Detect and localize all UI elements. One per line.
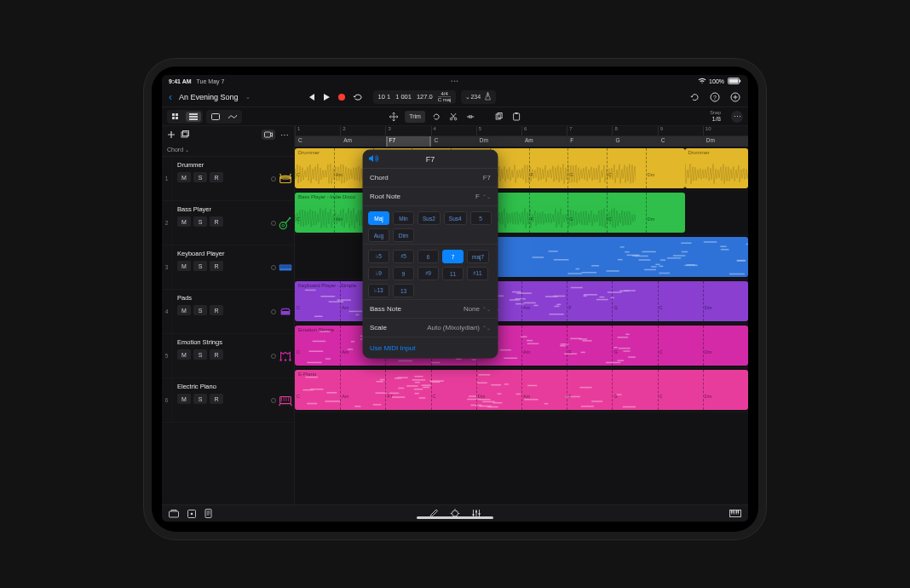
chord-chip[interactable]: ♯9 (418, 267, 439, 280)
region-row[interactable]: E-PianoCAmF7CDmAmFGCDm (295, 368, 748, 412)
mute-button[interactable]: M (177, 349, 191, 360)
chord-lane-header[interactable]: Chord ⌄ (162, 143, 294, 157)
add-track-button[interactable] (167, 130, 176, 139)
ruler-tick[interactable]: 6 (521, 126, 567, 135)
timeline[interactable]: 12345678910 CAmF7CDmAmFGCDm DrummerCAmF7… (295, 126, 748, 504)
solo-button[interactable]: S (193, 349, 207, 360)
chord-chip[interactable]: Sus4 (444, 211, 467, 225)
chord-chip[interactable]: 13 (393, 284, 414, 297)
settings-button[interactable] (730, 92, 740, 102)
track-row[interactable]: 6 Electric Piano M S R (162, 378, 294, 423)
help-button[interactable]: ? (710, 92, 720, 102)
keyboard-button[interactable] (729, 510, 741, 517)
chord-chip[interactable]: Min (393, 211, 414, 225)
chord-chip[interactable]: ♭5 (368, 250, 389, 263)
copy-tool-icon[interactable] (493, 112, 505, 121)
snap-display[interactable]: Snap 1/8 (710, 111, 721, 122)
record-enable-button[interactable]: R (210, 349, 223, 360)
mute-button[interactable]: M (177, 216, 191, 227)
track-instrument-icon[interactable] (270, 201, 294, 245)
track-row[interactable]: 5 Emotion Strings M S R (162, 334, 294, 378)
ruler-tick[interactable]: 9 (658, 126, 703, 135)
toolbar-more-button[interactable]: ⋯ (731, 111, 743, 123)
ruler-tick[interactable]: 10 (703, 126, 748, 135)
mute-button[interactable]: M (177, 305, 191, 315)
track-instrument-icon[interactable] (270, 290, 294, 333)
record-enable-button[interactable]: R (210, 261, 223, 271)
sidebar-more-button[interactable]: ⋯ (280, 130, 289, 140)
mute-button[interactable]: M (177, 172, 191, 182)
chord-cell[interactable]: Am (340, 136, 385, 147)
mute-button[interactable]: M (177, 261, 191, 271)
track-instrument-icon[interactable] (270, 157, 294, 200)
mute-button[interactable]: M (177, 394, 191, 404)
solo-button[interactable]: S (193, 216, 207, 227)
camera-button[interactable] (262, 130, 275, 140)
chord-cell[interactable]: F7 (385, 136, 430, 147)
notepad-button[interactable] (204, 509, 212, 518)
region[interactable]: E-PianoCAmF7CDmAmFGCDm (295, 370, 748, 410)
record-enable-button[interactable]: R (210, 305, 223, 315)
bar-ruler[interactable]: 12345678910 (295, 126, 748, 136)
chord-cell[interactable]: C (295, 136, 340, 147)
chord-chip[interactable]: ♭13 (368, 284, 389, 297)
solo-button[interactable]: S (193, 305, 207, 315)
ruler-tick[interactable]: 5 (476, 126, 521, 135)
chord-cell[interactable]: F (567, 136, 612, 147)
lcd-extra[interactable]: ⌄234 (461, 90, 496, 104)
chord-chip[interactable]: Sus2 (418, 211, 441, 225)
trim-mode-chip[interactable]: Trim (405, 111, 425, 123)
back-button[interactable]: ‹ (167, 92, 174, 102)
record-enable-button[interactable]: R (210, 394, 223, 404)
chord-lane[interactable]: CAmF7CDmAmFGCDm (295, 136, 748, 147)
scissors-tool-icon[interactable] (447, 112, 459, 121)
chord-cell[interactable]: C (431, 136, 476, 147)
chord-chip[interactable]: maj7 (467, 250, 489, 263)
lcd-display[interactable]: 10 1 1 001 127.0 4/4 C maj (373, 90, 457, 104)
chord-chip[interactable]: 6 (418, 250, 439, 263)
record-enable-button[interactable]: R (210, 216, 223, 227)
ruler-tick[interactable]: 4 (431, 126, 476, 135)
track-row[interactable]: 4 Pads M S R (162, 290, 294, 334)
chord-cell[interactable]: G (612, 136, 657, 147)
join-tool-icon[interactable] (464, 112, 476, 121)
chord-chip[interactable]: 7 (442, 250, 464, 263)
track-instrument-icon[interactable] (270, 334, 294, 378)
cycle-button[interactable] (353, 93, 363, 101)
ruler-tick[interactable]: 2 (340, 126, 385, 135)
chord-chip[interactable]: 5 (470, 211, 492, 225)
paste-tool-icon[interactable] (510, 112, 522, 121)
project-title[interactable]: An Evening Song (179, 93, 239, 101)
chord-chip[interactable]: ♭9 (368, 267, 389, 280)
chord-chip[interactable]: ♯5 (393, 250, 414, 263)
record-enable-button[interactable]: R (210, 172, 223, 182)
track-instrument-icon[interactable] (270, 245, 294, 289)
chord-chip[interactable]: 9 (393, 267, 414, 280)
solo-button[interactable]: S (193, 394, 207, 404)
chord-cell[interactable]: Dm (476, 136, 521, 147)
move-tool-icon[interactable] (388, 112, 400, 121)
undo-button[interactable] (689, 92, 700, 102)
preview-sound-button[interactable] (368, 154, 378, 164)
chord-chip[interactable]: Aug (368, 228, 389, 242)
chord-cell[interactable]: Dm (703, 136, 748, 147)
go-to-start-button[interactable] (307, 93, 315, 101)
metronome-icon[interactable] (484, 92, 492, 101)
use-midi-input-button[interactable]: Use MIDI Input (363, 337, 498, 358)
region[interactable] (494, 237, 748, 277)
track-row[interactable]: 1 Drummer M S R (162, 157, 294, 201)
solo-button[interactable]: S (193, 261, 207, 271)
chord-chip[interactable]: Maj (368, 211, 389, 225)
play-button[interactable] (322, 93, 331, 101)
home-indicator[interactable] (417, 516, 493, 519)
project-title-caret-icon[interactable]: ⌄ (245, 94, 251, 101)
chord-cell[interactable]: Am (521, 136, 567, 147)
multitask-dots-icon[interactable]: ••• (451, 78, 458, 84)
ruler-tick[interactable]: 1 (295, 126, 340, 135)
ruler-tick[interactable]: 3 (385, 126, 430, 135)
track-row[interactable]: 2 Bass Player M S R (162, 201, 294, 245)
scale-row[interactable]: Scale Auto (Mixolydian) ⌃⌄ (363, 319, 498, 337)
chord-cell[interactable]: C (658, 136, 703, 147)
ruler-tick[interactable]: 8 (612, 126, 657, 135)
region[interactable]: Drummer (685, 148, 748, 188)
